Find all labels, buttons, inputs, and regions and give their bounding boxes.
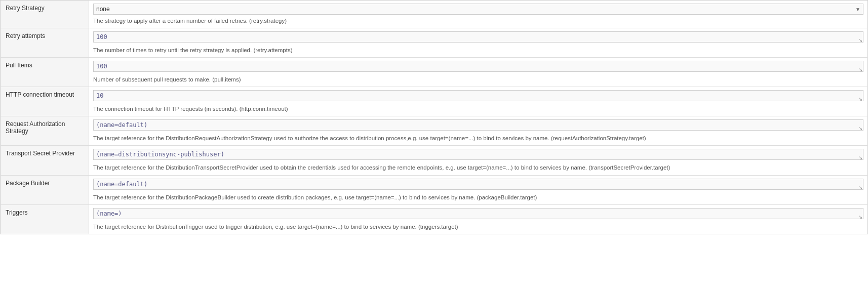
select-wrapper-retry-strategy: nonebackofflinear [93, 4, 863, 15]
input-cell-retry-attempts: The number of times to retry until the r… [89, 28, 868, 58]
description-request-authorization-strategy: The target reference for the Distributio… [93, 134, 863, 142]
row-retry-strategy: Retry StrategynonebackofflinearThe strat… [1, 1, 868, 28]
row-request-authorization-strategy: Request Authorization StrategyThe target… [1, 116, 868, 146]
textarea-wrapper-http-connection-timeout [93, 90, 863, 103]
description-retry-attempts: The number of times to retry until the r… [93, 46, 863, 54]
row-pull-items: Pull ItemsNumber of subsequent pull requ… [1, 58, 868, 87]
description-transport-secret-provider: The target reference for the Distributio… [93, 163, 863, 172]
label-package-builder: Package Builder [1, 175, 89, 204]
label-transport-secret-provider: Transport Secret Provider [1, 146, 89, 175]
label-http-connection-timeout: HTTP connection timeout [1, 87, 89, 116]
row-transport-secret-provider: Transport Secret ProviderThe target refe… [1, 146, 868, 175]
input-cell-http-connection-timeout: The connection timeout for HTTP requests… [89, 87, 868, 116]
label-triggers: Triggers [1, 204, 89, 234]
input-transport-secret-provider[interactable] [93, 149, 863, 160]
input-triggers[interactable] [93, 208, 863, 219]
input-request-authorization-strategy[interactable] [93, 119, 863, 131]
input-cell-transport-secret-provider: The target reference for the Distributio… [89, 146, 868, 175]
input-cell-request-authorization-strategy: The target reference for the Distributio… [89, 116, 868, 146]
input-http-connection-timeout[interactable] [93, 90, 863, 101]
label-pull-items: Pull Items [1, 58, 89, 87]
textarea-wrapper-package-builder [93, 179, 863, 191]
textarea-wrapper-pull-items [93, 61, 863, 73]
label-retry-strategy: Retry Strategy [1, 1, 89, 28]
description-pull-items: Number of subsequent pull requests to ma… [93, 75, 863, 84]
description-http-connection-timeout: The connection timeout for HTTP requests… [93, 105, 863, 113]
textarea-wrapper-request-authorization-strategy [93, 119, 863, 132]
select-retry-strategy[interactable]: nonebackofflinear [93, 4, 863, 15]
input-retry-attempts[interactable] [93, 31, 863, 43]
row-package-builder: Package BuilderThe target reference for … [1, 175, 868, 204]
input-cell-triggers: The target reference for DistributionTri… [89, 204, 868, 234]
label-request-authorization-strategy: Request Authorization Strategy [1, 116, 89, 146]
input-cell-pull-items: Number of subsequent pull requests to ma… [89, 58, 868, 87]
input-package-builder[interactable] [93, 179, 863, 190]
textarea-wrapper-transport-secret-provider [93, 149, 863, 161]
row-retry-attempts: Retry attemptsThe number of times to ret… [1, 28, 868, 58]
textarea-wrapper-triggers [93, 208, 863, 221]
description-retry-strategy: The strategy to apply after a certain nu… [93, 17, 863, 25]
row-triggers: TriggersThe target reference for Distrib… [1, 204, 868, 234]
description-package-builder: The target reference for the Distributio… [93, 193, 863, 201]
input-pull-items[interactable] [93, 61, 863, 72]
label-retry-attempts: Retry attempts [1, 28, 89, 58]
input-cell-package-builder: The target reference for the Distributio… [89, 175, 868, 204]
input-cell-retry-strategy: nonebackofflinearThe strategy to apply a… [89, 1, 868, 28]
textarea-wrapper-retry-attempts [93, 31, 863, 44]
configuration-form: Retry StrategynonebackofflinearThe strat… [0, 0, 868, 234]
description-triggers: The target reference for DistributionTri… [93, 223, 863, 231]
row-http-connection-timeout: HTTP connection timeoutThe connection ti… [1, 87, 868, 116]
